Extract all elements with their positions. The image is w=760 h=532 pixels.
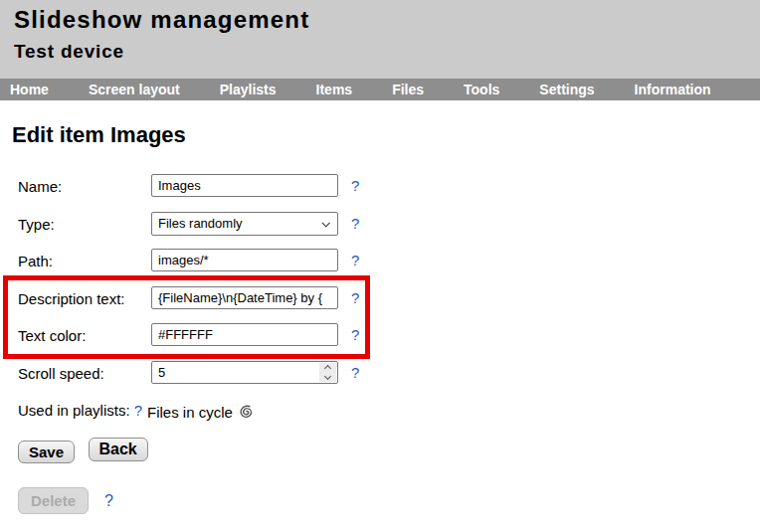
form-row-type: Type: Files randomly ? bbox=[18, 212, 359, 250]
type-help-link[interactable]: ? bbox=[351, 212, 359, 232]
type-select[interactable]: Files randomly bbox=[151, 212, 338, 236]
form-row-scroll-speed: Scroll speed: ? bbox=[18, 361, 359, 399]
scroll-speed-help-link[interactable]: ? bbox=[351, 361, 359, 381]
name-label: Name: bbox=[18, 174, 151, 195]
spinner-down-icon[interactable] bbox=[324, 372, 331, 379]
nav-item-information[interactable]: Information bbox=[635, 82, 711, 97]
description-text-help-link[interactable]: ? bbox=[351, 286, 359, 306]
nav-item-files[interactable]: Files bbox=[392, 82, 424, 97]
form-row-text-color: Text color: ? bbox=[18, 323, 359, 361]
nav-item-home[interactable]: Home bbox=[10, 82, 49, 97]
description-text-input[interactable] bbox=[151, 286, 338, 309]
main-nav: Home Screen layout Playlists Items Files… bbox=[0, 79, 760, 100]
app-header: Slideshow management Test device bbox=[0, 0, 760, 79]
text-color-help-link[interactable]: ? bbox=[351, 323, 359, 343]
scroll-speed-input[interactable] bbox=[151, 361, 338, 384]
used-in-playlists-value: Files in cycle bbox=[147, 396, 255, 421]
nav-item-playlists[interactable]: Playlists bbox=[220, 82, 277, 97]
type-select-value: Files randomly bbox=[158, 216, 243, 231]
nav-item-items[interactable]: Items bbox=[316, 82, 353, 97]
path-input[interactable] bbox=[151, 249, 338, 271]
delete-button: Delete bbox=[18, 487, 89, 514]
text-color-input[interactable] bbox=[151, 323, 338, 346]
description-text-label: Description text: bbox=[18, 286, 151, 307]
name-help-link[interactable]: ? bbox=[351, 174, 359, 194]
nav-item-screen-layout[interactable]: Screen layout bbox=[89, 82, 180, 97]
used-in-playlists-label: Used in playlists: bbox=[18, 402, 130, 419]
spinner-up-icon[interactable] bbox=[324, 364, 331, 371]
paperclip-icon[interactable] bbox=[239, 405, 255, 420]
form-row-name: Name: ? bbox=[18, 174, 359, 212]
path-label: Path: bbox=[18, 249, 151, 269]
chevron-down-icon bbox=[321, 219, 329, 227]
name-input[interactable] bbox=[151, 174, 338, 197]
app-title: Slideshow management bbox=[0, 0, 760, 34]
edit-item-form: Name: ? Type: Files randomly ? Path: ? D… bbox=[18, 174, 359, 398]
used-in-playlists-label-col: Used in playlists: ? bbox=[18, 396, 147, 421]
back-button[interactable]: Back bbox=[89, 438, 148, 461]
form-row-description-text: Description text: ? bbox=[18, 286, 359, 324]
delete-help-link[interactable]: ? bbox=[104, 492, 113, 510]
used-in-playlists-help-link[interactable]: ? bbox=[134, 399, 142, 419]
text-color-label: Text color: bbox=[18, 323, 151, 344]
used-in-playlists-row: Used in playlists: ? Files in cycle bbox=[18, 396, 255, 421]
playlist-link[interactable]: Files in cycle bbox=[147, 404, 233, 421]
form-row-path: Path: ? bbox=[18, 249, 359, 286]
device-name: Test device bbox=[0, 34, 760, 63]
save-button[interactable]: Save bbox=[18, 441, 75, 463]
nav-item-settings[interactable]: Settings bbox=[539, 82, 594, 97]
type-label: Type: bbox=[18, 212, 151, 233]
action-buttons: Save Back bbox=[18, 441, 148, 464]
scroll-speed-label: Scroll speed: bbox=[18, 361, 151, 382]
number-spinner[interactable] bbox=[319, 363, 336, 382]
nav-item-tools[interactable]: Tools bbox=[464, 82, 499, 97]
page-title: Edit item Images bbox=[12, 122, 186, 148]
path-help-link[interactable]: ? bbox=[351, 249, 359, 268]
delete-row: Delete ? bbox=[18, 487, 113, 514]
